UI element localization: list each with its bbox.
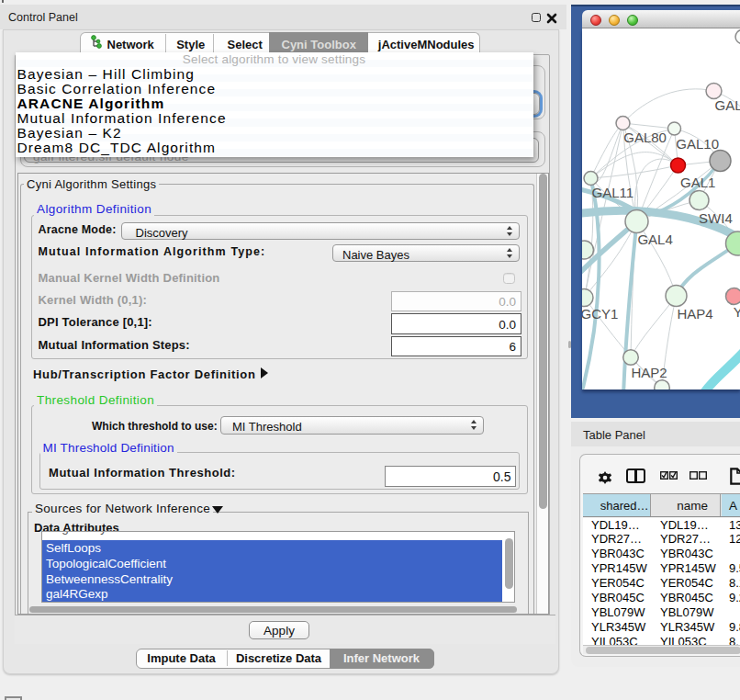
svg-text:HAP2: HAP2 [631, 365, 667, 380]
svg-text:SWI4: SWI4 [699, 210, 733, 226]
svg-text:GAL80: GAL80 [623, 130, 667, 145]
svg-text:GAL1: GAL1 [680, 175, 715, 190]
svg-text:GCY1: GCY1 [582, 306, 618, 322]
svg-text:GAL4: GAL4 [637, 231, 672, 247]
svg-text:HAP4: HAP4 [677, 306, 712, 322]
svg-text:GAL10: GAL10 [676, 136, 719, 152]
svg-text:GAL2: GAL2 [714, 97, 740, 113]
svg-text:GAL11: GAL11 [591, 185, 633, 200]
svg-text:Y: Y [733, 304, 740, 320]
